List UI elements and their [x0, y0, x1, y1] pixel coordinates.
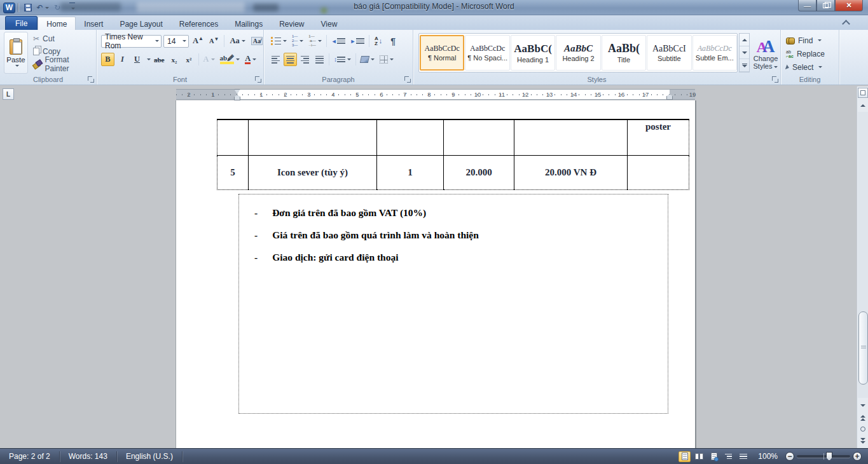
table-cell[interactable]: Icon sever (tùy ý) [249, 155, 377, 189]
decrease-indent-button[interactable]: ◄ [329, 34, 347, 48]
language-indicator[interactable]: English (U.S.) [117, 451, 183, 462]
numbering-button[interactable]: 1—2—3— [290, 34, 305, 48]
next-page-button[interactable] [858, 436, 868, 445]
justify-button[interactable] [313, 53, 326, 66]
word-count[interactable]: Words: 143 [60, 451, 117, 462]
change-styles-button[interactable]: AA Change Styles [752, 32, 780, 76]
bold-button[interactable]: B [101, 53, 114, 66]
font-color-button[interactable]: A [243, 53, 258, 66]
paste-button[interactable]: Paste [4, 32, 28, 74]
scrollbar-track[interactable] [858, 112, 868, 398]
style-subtle-emphasis[interactable]: AaBbCcDc Subtle Em... [692, 35, 737, 71]
zoom-in-button[interactable]: + [853, 452, 862, 461]
previous-page-button[interactable] [858, 413, 868, 422]
align-left-button[interactable] [269, 53, 282, 66]
table-cell[interactable]: 1 [377, 155, 444, 189]
gallery-more-button[interactable] [740, 59, 749, 72]
outline-view-button[interactable] [722, 451, 734, 462]
view-ruler-toggle-button[interactable] [858, 88, 868, 98]
table-cell[interactable]: 20.000 VN Đ [514, 155, 628, 189]
tab-insert[interactable]: Insert [76, 17, 111, 31]
zoom-out-button[interactable]: − [785, 452, 794, 461]
borders-button[interactable] [378, 53, 396, 66]
table-cell[interactable] [249, 119, 377, 155]
web-layout-view-button[interactable] [708, 451, 720, 462]
text-effects-button[interactable]: A [202, 53, 217, 66]
strikethrough-button[interactable]: abe [152, 53, 167, 66]
zoom-level[interactable]: 100% [758, 452, 778, 461]
shrink-font-button[interactable]: A▼ [207, 34, 221, 48]
highlight-color-button[interactable]: ab🖉 [218, 53, 242, 66]
style-normal[interactable]: AaBbCcDc ¶ Normal [420, 35, 464, 71]
select-browse-object-button[interactable] [858, 425, 868, 433]
chevron-down-icon[interactable] [147, 58, 151, 60]
close-button[interactable]: ✕ [835, 0, 863, 11]
increase-indent-button[interactable]: ► [348, 34, 366, 48]
zoom-slider-thumb[interactable] [826, 452, 832, 461]
paragraph-dialog-launcher[interactable] [404, 76, 411, 83]
tab-review[interactable]: Review [271, 17, 312, 31]
align-right-button[interactable] [298, 53, 312, 66]
font-family-select[interactable]: Times New Rom [101, 35, 162, 48]
bullets-button[interactable] [269, 34, 289, 48]
table-cell[interactable] [377, 119, 444, 155]
note-line[interactable]: - Đơn giá trên đã bao gồm VAT (10%) [254, 207, 426, 219]
tab-file[interactable]: File [5, 16, 38, 31]
tab-page-layout[interactable]: Page Layout [111, 17, 170, 31]
note-line[interactable]: - Giao dịch: gửi card điện thoại [254, 252, 399, 263]
tab-view[interactable]: View [313, 17, 346, 31]
full-screen-reading-view-button[interactable] [693, 451, 705, 462]
scroll-up-button[interactable] [858, 100, 868, 111]
subscript-button[interactable]: x₂ [168, 53, 181, 66]
select-button[interactable]: Select [781, 60, 839, 74]
table-cell[interactable] [514, 119, 628, 155]
table-cell[interactable] [444, 119, 514, 155]
shading-button[interactable] [359, 53, 376, 66]
table-cell[interactable]: 5 [217, 155, 249, 189]
gallery-scroll-up[interactable] [740, 34, 749, 46]
tab-references[interactable]: References [171, 17, 226, 31]
gallery-scroll-down[interactable] [740, 46, 749, 59]
style-heading1[interactable]: AaBbC( Heading 1 [511, 35, 555, 71]
table-cell[interactable] [217, 119, 249, 155]
print-layout-view-button[interactable] [679, 451, 691, 462]
scrollbar-thumb[interactable] [858, 311, 868, 385]
show-hide-pilcrow-button[interactable]: ¶ [387, 34, 400, 48]
table-cell[interactable]: 20.000 [444, 155, 514, 189]
style-no-spacing[interactable]: AaBbCcDc ¶ No Spaci... [465, 35, 509, 71]
superscript-button[interactable]: x² [183, 53, 196, 66]
style-title[interactable]: AaBb( Title [602, 35, 646, 71]
underline-button[interactable]: U [130, 53, 144, 66]
cut-button[interactable]: ✂Cut [31, 32, 96, 45]
restore-button[interactable] [816, 0, 835, 11]
tab-home[interactable]: Home [38, 17, 76, 31]
document-page[interactable]: poster 5 Icon sever (tùy ý) 1 20.000 20.… [176, 100, 695, 448]
clipboard-dialog-launcher[interactable] [88, 76, 94, 83]
tab-stop-selector[interactable]: L [3, 88, 14, 100]
italic-button[interactable]: I [116, 53, 129, 66]
sort-button[interactable]: AZ↓ [372, 34, 385, 48]
notes-text-frame[interactable]: - Đơn giá trên đã bao gồm VAT (10%) - Gi… [238, 194, 668, 414]
note-line[interactable]: - Giá trên đã bao gồm quá trình làm và h… [254, 229, 479, 241]
format-painter-button[interactable]: Format Painter [31, 58, 96, 71]
style-heading2[interactable]: AaBbC Heading 2 [556, 35, 600, 71]
minimize-button[interactable]: — [798, 0, 816, 11]
table-cell[interactable] [628, 155, 689, 189]
scroll-down-button[interactable] [858, 400, 868, 411]
find-button[interactable]: Find [781, 34, 839, 47]
page-indicator[interactable]: Page: 2 of 2 [0, 451, 60, 462]
change-case-button[interactable]: Aa [228, 34, 247, 48]
draft-view-button[interactable] [737, 451, 749, 462]
tab-mailings[interactable]: Mailings [226, 17, 271, 31]
zoom-slider-track[interactable] [797, 455, 850, 458]
replace-button[interactable]: ab⌐acReplace [781, 47, 839, 60]
grow-font-button[interactable]: A▲ [191, 34, 205, 48]
clear-formatting-button[interactable]: Aa̸ [249, 34, 265, 48]
multilevel-list-button[interactable]: 1—·a—··i— [307, 34, 323, 48]
styles-dialog-launcher[interactable] [772, 76, 778, 83]
table-cell[interactable]: poster [628, 119, 689, 155]
align-center-button[interactable] [284, 53, 297, 66]
font-size-select[interactable]: 14 [163, 35, 189, 48]
line-spacing-button[interactable]: ↕ [332, 53, 353, 66]
font-dialog-launcher[interactable] [255, 76, 261, 83]
